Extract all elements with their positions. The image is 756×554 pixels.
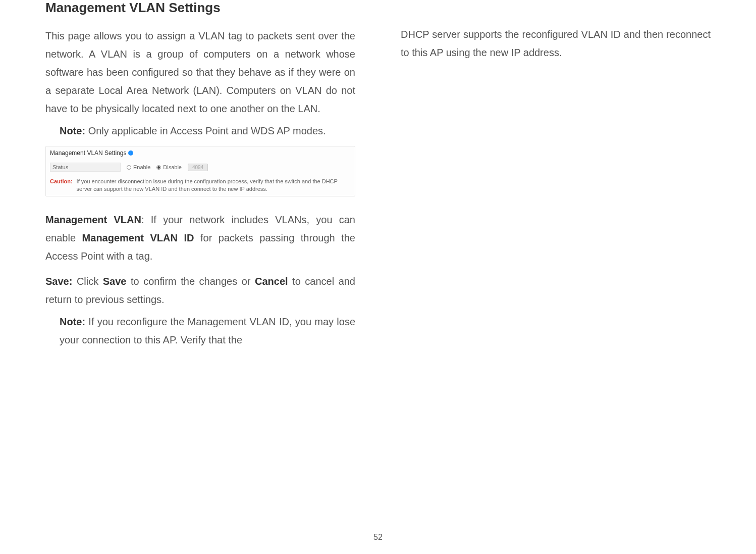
screenshot-title: Management VLAN Settings i xyxy=(50,149,351,157)
status-label: Status xyxy=(50,163,121,172)
vlan-id-input[interactable]: 4094 xyxy=(188,164,208,171)
page-number: 52 xyxy=(373,533,383,542)
intro-paragraph: This page allows you to assign a VLAN ta… xyxy=(45,27,355,118)
radio-enable[interactable] xyxy=(127,165,131,170)
status-row: Status Enable Disable 4094 xyxy=(50,161,351,174)
note-label: Note: xyxy=(60,125,85,136)
cancel-bold: Cancel xyxy=(255,276,288,287)
note2-text: If you reconfigure the Management VLAN I… xyxy=(60,316,355,345)
caution-text: If you encounter disconnection issue dur… xyxy=(77,178,351,193)
radio-enable-group[interactable]: Enable xyxy=(127,164,150,170)
mvlan-id-label: Management VLAN ID xyxy=(82,232,194,243)
save-label: Save: xyxy=(45,276,72,287)
right-column: DHCP server supports the reconfigured VL… xyxy=(401,0,711,355)
right-continuation: DHCP server supports the reconfigured VL… xyxy=(401,25,711,62)
caution-label: Caution: xyxy=(50,178,73,193)
note-applicable: Note: Only applicable in Access Point an… xyxy=(45,122,355,140)
caution-row: Caution: If you encounter disconnection … xyxy=(50,178,351,193)
note-reconfigure: Note: If you reconfigure the Management … xyxy=(45,313,355,349)
vlan-settings-screenshot: Management VLAN Settings i Status Enable… xyxy=(45,146,355,196)
save-text2: to confirm the changes or xyxy=(126,276,255,287)
radio-disable-group[interactable]: Disable xyxy=(156,164,182,170)
disable-label: Disable xyxy=(163,164,182,170)
save-text: Click xyxy=(72,276,102,287)
page-title: Management VLAN Settings xyxy=(45,0,355,16)
mvlan-paragraph: Management VLAN: If your network include… xyxy=(45,211,355,265)
left-column: Management VLAN Settings This page allow… xyxy=(45,0,355,355)
mvlan-label: Management VLAN xyxy=(45,214,141,225)
note-text: Only applicable in Access Point and WDS … xyxy=(85,125,326,136)
screenshot-title-text: Management VLAN Settings xyxy=(50,149,126,157)
save-paragraph: Save: Click Save to confirm the changes … xyxy=(45,272,355,309)
save-bold: Save xyxy=(103,276,127,287)
note2-label: Note: xyxy=(60,316,85,327)
enable-label: Enable xyxy=(133,164,150,170)
info-icon: i xyxy=(128,150,133,156)
radio-disable[interactable] xyxy=(156,165,161,170)
